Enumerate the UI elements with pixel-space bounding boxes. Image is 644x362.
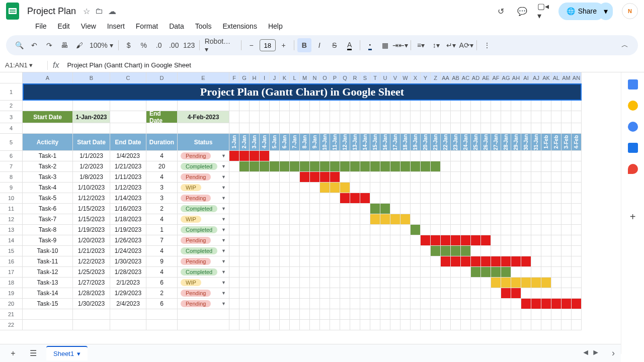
gantt-cell[interactable] xyxy=(411,204,421,214)
gantt-cell[interactable] xyxy=(461,256,471,267)
gantt-cell[interactable] xyxy=(451,193,461,204)
date-header[interactable]: 3-Jan xyxy=(250,134,260,151)
gantt-cell[interactable] xyxy=(239,299,250,309)
gantt-cell[interactable] xyxy=(350,193,360,204)
gantt-cell[interactable] xyxy=(330,214,340,225)
date-header[interactable]: 11-Jan xyxy=(330,134,340,151)
col-header[interactable]: AN xyxy=(572,72,582,83)
gantt-cell[interactable] xyxy=(511,235,521,246)
gantt-cell[interactable] xyxy=(461,183,471,193)
gantt-cell[interactable] xyxy=(330,267,340,278)
gantt-cell[interactable] xyxy=(380,256,390,267)
task-end[interactable]: 1/28/2023 xyxy=(110,267,146,278)
gantt-cell[interactable] xyxy=(531,183,541,193)
gantt-cell[interactable] xyxy=(229,278,239,288)
gantt-cell[interactable] xyxy=(370,278,380,288)
gantt-cell[interactable] xyxy=(340,225,350,235)
decrease-decimal-icon[interactable]: .0 xyxy=(152,38,166,52)
gantt-cell[interactable] xyxy=(360,172,370,183)
gantt-cell[interactable] xyxy=(441,278,451,288)
gantt-cell[interactable] xyxy=(250,235,260,246)
gantt-cell[interactable] xyxy=(561,204,572,214)
gantt-cell[interactable] xyxy=(350,183,360,193)
col-header[interactable]: AK xyxy=(541,72,551,83)
add-sheet-icon[interactable]: + xyxy=(6,346,20,360)
gantt-cell[interactable] xyxy=(531,288,541,299)
date-header[interactable]: 3-Feb xyxy=(561,134,572,151)
gantt-cell[interactable] xyxy=(561,288,572,299)
gantt-cell[interactable] xyxy=(572,151,582,161)
gantt-cell[interactable] xyxy=(330,256,340,267)
start-date-label[interactable]: Start Date xyxy=(23,111,73,123)
task-status[interactable]: Pending▼ xyxy=(178,235,229,246)
date-header[interactable]: 30-Jan xyxy=(521,134,531,151)
gantt-cell[interactable] xyxy=(340,193,350,204)
gantt-cell[interactable] xyxy=(531,204,541,214)
gantt-cell[interactable] xyxy=(360,299,370,309)
gantt-cell[interactable] xyxy=(441,267,451,278)
task-start[interactable]: 1/19/2023 xyxy=(73,225,110,235)
gantt-cell[interactable] xyxy=(270,214,280,225)
gantt-cell[interactable] xyxy=(441,151,451,161)
gantt-cell[interactable] xyxy=(330,204,340,214)
gantt-cell[interactable] xyxy=(411,161,421,172)
gantt-cell[interactable] xyxy=(290,172,300,183)
gantt-cell[interactable] xyxy=(421,288,431,299)
gantt-cell[interactable] xyxy=(300,214,310,225)
task-start[interactable]: 1/1/2023 xyxy=(73,151,110,161)
gantt-cell[interactable] xyxy=(250,193,260,204)
task-start[interactable]: 1/25/2023 xyxy=(73,267,110,278)
gantt-cell[interactable] xyxy=(441,288,451,299)
gantt-cell[interactable] xyxy=(481,267,491,278)
gantt-cell[interactable] xyxy=(320,256,330,267)
gantt-cell[interactable] xyxy=(320,161,330,172)
task-end[interactable]: 2/1/2023 xyxy=(110,278,146,288)
date-header[interactable]: 17-Jan xyxy=(390,134,400,151)
add-on-icon[interactable]: + xyxy=(630,211,636,223)
tasks-icon[interactable] xyxy=(628,122,638,132)
gantt-cell[interactable] xyxy=(390,161,400,172)
gantt-cell[interactable] xyxy=(461,235,471,246)
gantt-cell[interactable] xyxy=(511,278,521,288)
task-status[interactable]: Pending▼ xyxy=(178,193,229,204)
date-header[interactable]: 16-Jan xyxy=(380,134,390,151)
gantt-cell[interactable] xyxy=(521,151,531,161)
gantt-cell[interactable] xyxy=(561,246,572,256)
gantt-cell[interactable] xyxy=(350,288,360,299)
gantt-cell[interactable] xyxy=(451,214,461,225)
gantt-cell[interactable] xyxy=(370,214,380,225)
col-header[interactable]: AA xyxy=(441,72,451,83)
gantt-cell[interactable] xyxy=(411,214,421,225)
date-header[interactable]: 1-Jan xyxy=(229,134,239,151)
row-header[interactable]: 19 xyxy=(0,288,23,299)
gantt-cell[interactable] xyxy=(250,214,260,225)
gantt-cell[interactable] xyxy=(421,235,431,246)
gantt-cell[interactable] xyxy=(370,225,380,235)
star-icon[interactable]: ☆ xyxy=(83,7,90,16)
gantt-cell[interactable] xyxy=(400,288,411,299)
gantt-cell[interactable] xyxy=(390,267,400,278)
row-header[interactable]: 11 xyxy=(0,204,23,214)
gantt-cell[interactable] xyxy=(280,299,290,309)
task-start[interactable]: 1/12/2023 xyxy=(73,193,110,204)
gantt-cell[interactable] xyxy=(320,246,330,256)
gantt-cell[interactable] xyxy=(531,161,541,172)
gantt-cell[interactable] xyxy=(310,299,320,309)
gantt-cell[interactable] xyxy=(521,288,531,299)
gantt-cell[interactable] xyxy=(521,204,531,214)
gantt-cell[interactable] xyxy=(421,151,431,161)
gantt-cell[interactable] xyxy=(340,235,350,246)
gantt-cell[interactable] xyxy=(320,235,330,246)
gantt-cell[interactable] xyxy=(572,225,582,235)
gantt-cell[interactable] xyxy=(441,214,451,225)
date-header[interactable]: 6-Jan xyxy=(280,134,290,151)
gantt-cell[interactable] xyxy=(531,256,541,267)
task-name[interactable]: Task-7 xyxy=(23,214,73,225)
text-color-icon[interactable]: A xyxy=(343,38,357,52)
gantt-cell[interactable] xyxy=(340,204,350,214)
task-name[interactable]: Task-13 xyxy=(23,278,73,288)
gantt-cell[interactable] xyxy=(561,183,572,193)
date-header[interactable]: 4-Jan xyxy=(260,134,270,151)
gantt-cell[interactable] xyxy=(491,183,501,193)
gantt-cell[interactable] xyxy=(431,256,441,267)
